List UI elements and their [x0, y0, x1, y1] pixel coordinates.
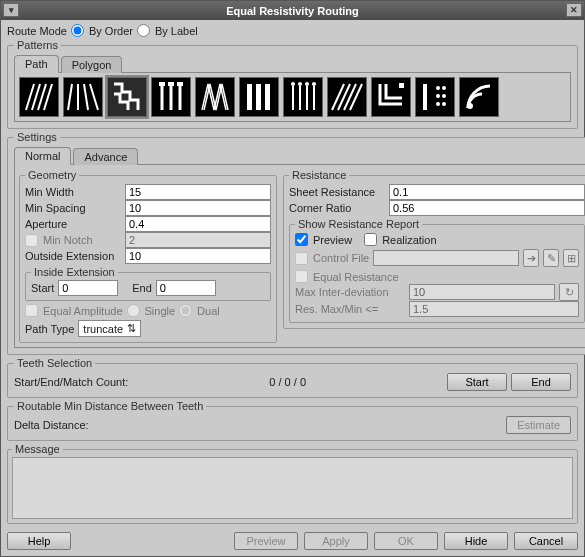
pattern-9[interactable] — [371, 77, 411, 117]
hide-button[interactable]: Hide — [444, 532, 508, 550]
pattern-2[interactable] — [63, 77, 103, 117]
tab-path[interactable]: Path — [14, 55, 59, 73]
pattern-6[interactable] — [239, 77, 279, 117]
equal-amp-dual[interactable]: Dual — [179, 304, 220, 317]
resistance-group: Resistance Sheet Resistance Corner Ratio… — [283, 169, 585, 329]
inside-start-input[interactable] — [58, 280, 118, 296]
route-mode-label: Route Mode — [7, 25, 67, 37]
svg-rect-16 — [265, 84, 270, 110]
control-file-check[interactable]: Control File — [295, 252, 369, 265]
settings-group: Settings Normal Advance Geometry Min Wid… — [7, 131, 585, 355]
inside-end-input[interactable] — [156, 280, 216, 296]
settings-tabs: Normal Advance — [14, 147, 585, 165]
preview-button[interactable]: Preview — [234, 532, 298, 550]
inside-ext-legend: Inside Extension — [31, 266, 118, 278]
svg-line-4 — [68, 84, 72, 110]
svg-point-36 — [442, 102, 446, 106]
corner-ratio-input[interactable] — [389, 200, 585, 216]
teeth-start-button[interactable]: Start — [447, 373, 507, 391]
min-width-label: Min Width — [25, 186, 121, 198]
sheet-res-input[interactable] — [389, 184, 585, 200]
settings-legend: Settings — [14, 131, 60, 143]
ok-button[interactable]: OK — [374, 532, 438, 550]
control-file-browse-button[interactable]: ⊞ — [563, 249, 579, 267]
teeth-legend: Teeth Selection — [14, 357, 95, 369]
route-mode-by-label[interactable]: By Label — [137, 24, 198, 37]
svg-rect-15 — [256, 84, 261, 110]
control-file-edit-button[interactable]: ✎ — [543, 249, 559, 267]
max-inter-refresh-button[interactable]: ↻ — [559, 283, 579, 301]
pattern-11[interactable] — [459, 77, 499, 117]
footer: Help Preview Apply OK Hide Cancel — [1, 528, 584, 556]
svg-point-22 — [298, 82, 302, 86]
help-button[interactable]: Help — [7, 532, 71, 550]
svg-rect-29 — [399, 83, 404, 88]
svg-line-27 — [344, 84, 356, 110]
teeth-end-button[interactable]: End — [511, 373, 571, 391]
control-file-go-button[interactable]: ➔ — [523, 249, 539, 267]
patterns-legend: Patterns — [14, 39, 61, 51]
titlebar: ▾ Equal Resistivity Routing ✕ — [1, 1, 584, 20]
svg-point-31 — [436, 86, 440, 90]
outside-ext-label: Outside Extension — [25, 250, 121, 262]
pattern-8[interactable] — [327, 77, 367, 117]
message-group: Message — [7, 443, 578, 524]
path-type-label: Path Type — [25, 323, 74, 335]
pattern-10[interactable] — [415, 77, 455, 117]
inside-start-label: Start — [31, 282, 54, 294]
svg-point-23 — [305, 82, 309, 86]
patterns-group: Patterns Path Polygon — [7, 39, 578, 129]
show-report-group: Show Resistance Report Preview Realizati… — [289, 218, 585, 323]
svg-point-24 — [312, 82, 316, 86]
control-file-input — [373, 250, 519, 266]
tab-advance[interactable]: Advance — [73, 148, 138, 165]
equal-resistance-check[interactable]: Equal Resistance — [295, 270, 399, 283]
min-notch-check[interactable]: Min Notch — [25, 234, 121, 247]
min-spacing-input[interactable] — [125, 200, 271, 216]
delta-label: Delta Distance: — [14, 419, 89, 431]
outside-ext-input[interactable] — [125, 248, 271, 264]
aperture-input[interactable] — [125, 216, 271, 232]
cancel-button[interactable]: Cancel — [514, 532, 578, 550]
pattern-1[interactable] — [19, 77, 59, 117]
chevron-updown-icon: ⇅ — [127, 322, 136, 335]
svg-point-32 — [442, 86, 446, 90]
svg-point-37 — [467, 103, 473, 109]
svg-line-7 — [90, 84, 98, 110]
report-realization-check[interactable]: Realization — [364, 233, 436, 246]
equal-amplitude-check[interactable]: Equal Amplitude — [25, 304, 123, 317]
estimate-button[interactable]: Estimate — [506, 416, 571, 434]
equal-amp-single[interactable]: Single — [127, 304, 176, 317]
min-width-input[interactable] — [125, 184, 271, 200]
max-inter-label: Max Inter-deviation — [295, 286, 405, 298]
routable-group: Routable Min Distance Between Teeth Delt… — [7, 400, 578, 441]
max-inter-input — [409, 284, 555, 300]
routable-legend: Routable Min Distance Between Teeth — [14, 400, 206, 412]
sheet-res-label: Sheet Resistance — [289, 186, 385, 198]
corner-ratio-label: Corner Ratio — [289, 202, 385, 214]
pattern-7[interactable] — [283, 77, 323, 117]
message-box[interactable] — [12, 457, 573, 519]
pattern-5[interactable] — [195, 77, 235, 117]
path-type-select[interactable]: truncate ⇅ — [78, 320, 141, 337]
route-mode-row: Route Mode By Order By Label — [7, 24, 578, 37]
report-preview-check[interactable]: Preview — [295, 233, 352, 246]
teeth-count-value: 0 / 0 / 0 — [132, 376, 443, 388]
inside-ext-group: Inside Extension Start End — [25, 266, 271, 301]
patterns-tabs: Path Polygon — [14, 55, 571, 73]
tab-normal[interactable]: Normal — [14, 147, 71, 165]
geometry-group: Geometry Min Width Min Spacing Aperture — [19, 169, 277, 343]
resistance-legend: Resistance — [289, 169, 349, 181]
close-button[interactable]: ✕ — [566, 3, 582, 17]
min-notch-input — [125, 232, 271, 248]
svg-point-35 — [436, 102, 440, 106]
pattern-3[interactable] — [107, 77, 147, 117]
apply-button[interactable]: Apply — [304, 532, 368, 550]
route-mode-by-order[interactable]: By Order — [71, 24, 133, 37]
inside-end-label: End — [132, 282, 152, 294]
pattern-4[interactable] — [151, 77, 191, 117]
min-restore-button[interactable]: ▾ — [3, 3, 19, 17]
min-spacing-label: Min Spacing — [25, 202, 121, 214]
svg-rect-11 — [159, 82, 165, 86]
tab-polygon[interactable]: Polygon — [61, 56, 123, 73]
